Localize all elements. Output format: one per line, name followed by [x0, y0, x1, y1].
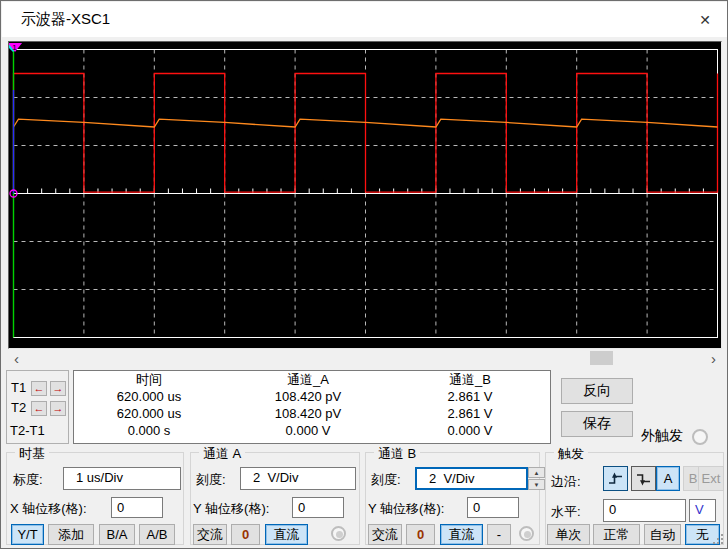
channel-a-scale-label: 刻度: [196, 471, 226, 489]
scroll-left-icon: ‹ [14, 350, 19, 367]
t2-channel-b: 2.861 V [392, 405, 548, 422]
channel-a-title: 通道 A [199, 445, 245, 463]
channel-a-zero-label: 0 [242, 527, 249, 542]
trigger-source-a-button[interactable]: A [656, 466, 680, 491]
trace-channel-a [14, 74, 718, 193]
cursor1-handle-number: 1 [12, 43, 17, 52]
channel-b-scale-spin-up[interactable]: ▲ [528, 467, 545, 478]
column-channel-a: 通道_A [224, 372, 392, 388]
title-bar[interactable]: 示波器-XSC1 ✕ [2, 2, 728, 37]
channel-b-title: 通道 B [374, 445, 420, 463]
cursor-right-icon: → [53, 402, 64, 414]
save-button-label: 保存 [583, 415, 611, 433]
channel-a-ac-button[interactable]: 交流 [193, 524, 227, 545]
ext-trigger-led [692, 429, 708, 445]
channel-a-group: 通道 A 刻度: 2 V/Div Y 轴位移(格): 0 交流 0 直流 [190, 452, 360, 545]
trigger-level-unit: V [689, 499, 716, 522]
timebase-offset-label: X 轴位移(格): [10, 500, 87, 518]
channel-b-dc-label: 直流 [449, 526, 475, 544]
scroll-right-button[interactable]: › [705, 349, 722, 367]
resize-grip[interactable] [711, 532, 725, 546]
timebase-offset-input[interactable]: 0 [111, 497, 163, 518]
readout-header-row: 时间 通道_A 通道_B [74, 371, 550, 388]
trigger-auto-label: 自动 [650, 526, 676, 544]
trigger-source-ext-label: Ext [702, 471, 721, 486]
trigger-none-label: 无 [696, 526, 709, 544]
mode-yt-button[interactable]: Y/T [11, 524, 44, 545]
mode-ab-button[interactable]: A/B [139, 524, 175, 545]
cursor1-right-button[interactable]: → [50, 381, 66, 396]
mode-ba-button[interactable]: B/A [99, 524, 135, 545]
measurement-readout: 时间 通道_A 通道_B 620.000 us 108.420 pV 2.861… [73, 370, 551, 444]
oscilloscope-window: 示波器-XSC1 ✕ 1 ‹ › T1 ← → T2 ← → T2-T1 时间 … [0, 0, 728, 549]
spin-down-icon: ▼ [534, 482, 540, 488]
ext-trigger-label: 外触发 [641, 427, 683, 445]
channel-a-ac-label: 交流 [197, 526, 223, 544]
channel-b-scale-label: 刻度: [371, 471, 401, 489]
cursor-control-panel: T1 ← → T2 ← → T2-T1 [6, 370, 69, 444]
close-button[interactable]: ✕ [682, 2, 728, 37]
trigger-source-ext-button[interactable]: Ext [698, 466, 724, 491]
channel-a-scale-input[interactable]: 2 V/Div [240, 467, 356, 490]
window-title: 示波器-XSC1 [21, 10, 110, 29]
trigger-source-a-label: A [664, 471, 673, 486]
channel-b-led-dot [524, 531, 531, 538]
channel-a-led-dot [336, 531, 343, 538]
trigger-normal-button[interactable]: 正常 [593, 524, 640, 545]
column-time: 时间 [74, 372, 224, 388]
reverse-button[interactable]: 反向 [561, 378, 633, 404]
t2-time: 620.000 us [74, 405, 224, 422]
scrollbar-thumb[interactable] [590, 351, 613, 365]
trigger-level-input[interactable]: 0 [603, 499, 686, 522]
rising-edge-button[interactable] [603, 466, 628, 491]
scope-display: 1 [8, 41, 722, 349]
cursor1-left-button[interactable]: ← [31, 381, 47, 396]
cursor1-label: T1 [11, 380, 26, 395]
trigger-auto-button[interactable]: 自动 [644, 524, 681, 545]
scroll-right-icon: › [711, 350, 716, 367]
trigger-single-button[interactable]: 单次 [547, 524, 590, 545]
mode-add-button[interactable]: 添加 [48, 524, 94, 545]
timebase-scale-label: 标度: [13, 471, 43, 489]
delta-channel-a: 0.000 V [224, 422, 392, 439]
channel-b-scale-input[interactable]: 2 V/Div [415, 467, 528, 490]
trigger-title: 触发 [554, 445, 588, 463]
trigger-edge-label: 边沿: [551, 473, 581, 491]
channel-b-ac-label: 交流 [372, 526, 398, 544]
save-button[interactable]: 保存 [561, 411, 633, 437]
channel-b-scale-spin-down[interactable]: ▼ [528, 479, 545, 490]
cursor-left-icon: ← [34, 382, 45, 394]
channel-a-offset-input[interactable]: 0 [292, 497, 344, 518]
horizontal-scrollbar[interactable]: ‹ › [8, 349, 722, 367]
mode-ba-label: B/A [107, 527, 128, 542]
cursor2-label: T2 [11, 400, 26, 415]
channel-a-offset-label: Y 轴位移(格): [193, 500, 269, 518]
delta-time: 0.000 s [74, 422, 224, 439]
t2-channel-a: 108.420 pV [224, 405, 392, 422]
trigger-group: 触发 边沿: A B Ext 水平: 0 V 单次 正常 自动 无 [545, 452, 724, 545]
t1-channel-b: 2.861 V [392, 388, 548, 405]
channel-b-offset-input[interactable]: 0 [467, 497, 519, 518]
delta-channel-b: 0.000 V [392, 422, 548, 439]
channel-b-invert-label: - [497, 527, 501, 542]
readout-row-delta: 0.000 s 0.000 V 0.000 V [74, 422, 550, 439]
channel-b-dc-button[interactable]: 直流 [440, 524, 483, 545]
reverse-button-label: 反向 [583, 382, 611, 400]
mode-ab-label: A/B [147, 527, 168, 542]
cursor-right-icon: → [53, 382, 64, 394]
channel-a-zero-button[interactable]: 0 [231, 524, 260, 545]
channel-b-invert-button[interactable]: - [487, 524, 511, 545]
channel-b-zero-button[interactable]: 0 [406, 524, 435, 545]
channel-a-dc-button[interactable]: 直流 [265, 524, 308, 545]
mode-yt-label: Y/T [17, 527, 37, 542]
cursor2-left-button[interactable]: ← [31, 401, 47, 416]
timebase-title: 时基 [15, 445, 49, 463]
channel-b-ac-button[interactable]: 交流 [368, 524, 402, 545]
scroll-left-button[interactable]: ‹ [8, 349, 25, 367]
t1-channel-a: 108.420 pV [224, 388, 392, 405]
timebase-scale-input[interactable]: 1 us/Div [63, 467, 181, 490]
cursor2-right-button[interactable]: → [50, 401, 66, 416]
falling-edge-button[interactable] [631, 466, 656, 491]
trigger-single-label: 单次 [556, 526, 582, 544]
trigger-level-label: 水平: [551, 503, 581, 521]
